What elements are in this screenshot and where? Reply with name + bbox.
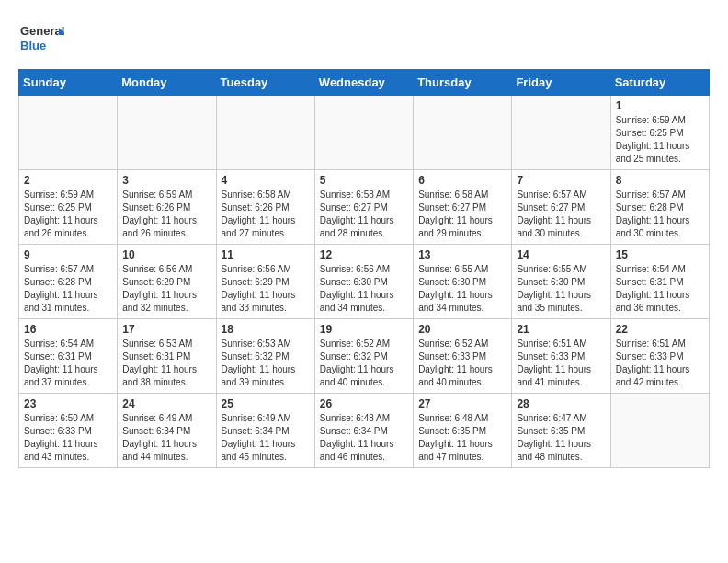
day-number: 17 [122,323,210,336]
day-number: 25 [222,397,310,410]
calendar-week-row: 23Sunrise: 6:50 AM Sunset: 6:33 PM Dayli… [19,394,710,468]
cell-info: Sunrise: 6:55 AM Sunset: 6:30 PM Dayligh… [418,263,506,315]
day-number: 8 [616,174,704,187]
svg-text:Blue: Blue [20,39,46,52]
calendar-cell: 27Sunrise: 6:48 AM Sunset: 6:35 PM Dayli… [414,394,512,468]
cell-info: Sunrise: 6:50 AM Sunset: 6:33 PM Dayligh… [24,412,112,464]
weekday-header-tuesday: Tuesday [216,70,314,96]
day-number: 21 [517,323,605,336]
day-number: 23 [24,397,112,410]
weekday-header-row: SundayMondayTuesdayWednesdayThursdayFrid… [19,70,710,96]
calendar-cell: 26Sunrise: 6:48 AM Sunset: 6:34 PM Dayli… [314,394,413,468]
weekday-header-sunday: Sunday [19,70,118,96]
day-number: 9 [24,248,112,261]
cell-info: Sunrise: 6:57 AM Sunset: 6:27 PM Dayligh… [517,189,605,240]
calendar-cell: 14Sunrise: 6:55 AM Sunset: 6:30 PM Dayli… [512,245,610,319]
day-number: 14 [517,248,605,261]
calendar-cell: 1Sunrise: 6:59 AM Sunset: 6:25 PM Daylig… [610,96,709,170]
calendar-table: SundayMondayTuesdayWednesdayThursdayFrid… [18,69,710,468]
day-number: 27 [418,397,506,410]
day-number: 16 [24,323,112,336]
calendar-cell [610,394,709,468]
calendar-cell [216,96,314,170]
day-number: 12 [320,248,408,261]
svg-text:General: General [20,24,64,38]
logo: General Blue [18,18,64,60]
cell-info: Sunrise: 6:52 AM Sunset: 6:33 PM Dayligh… [418,338,506,389]
day-number: 10 [122,248,210,261]
page-header: General Blue [18,18,710,60]
weekday-header-wednesday: Wednesday [314,70,413,96]
day-number: 13 [418,248,506,261]
calendar-cell [414,96,512,170]
cell-info: Sunrise: 6:53 AM Sunset: 6:32 PM Dayligh… [222,338,310,389]
calendar-week-row: 1Sunrise: 6:59 AM Sunset: 6:25 PM Daylig… [19,96,710,170]
cell-info: Sunrise: 6:49 AM Sunset: 6:34 PM Dayligh… [222,412,310,464]
calendar-cell: 17Sunrise: 6:53 AM Sunset: 6:31 PM Dayli… [118,319,216,394]
cell-info: Sunrise: 6:47 AM Sunset: 6:35 PM Dayligh… [517,412,605,464]
day-number: 19 [320,323,408,336]
calendar-cell [512,96,610,170]
cell-info: Sunrise: 6:58 AM Sunset: 6:27 PM Dayligh… [418,189,506,240]
cell-info: Sunrise: 6:56 AM Sunset: 6:29 PM Dayligh… [122,263,210,315]
calendar-week-row: 9Sunrise: 6:57 AM Sunset: 6:28 PM Daylig… [19,245,710,319]
calendar-cell: 4Sunrise: 6:58 AM Sunset: 6:26 PM Daylig… [216,170,314,245]
day-number: 11 [222,248,310,261]
calendar-cell: 13Sunrise: 6:55 AM Sunset: 6:30 PM Dayli… [414,245,512,319]
cell-info: Sunrise: 6:51 AM Sunset: 6:33 PM Dayligh… [616,338,704,389]
day-number: 4 [222,174,310,187]
day-number: 18 [222,323,310,336]
cell-info: Sunrise: 6:58 AM Sunset: 6:27 PM Dayligh… [320,189,408,240]
calendar-cell: 15Sunrise: 6:54 AM Sunset: 6:31 PM Dayli… [610,245,709,319]
day-number: 26 [320,397,408,410]
calendar-cell: 20Sunrise: 6:52 AM Sunset: 6:33 PM Dayli… [414,319,512,394]
cell-info: Sunrise: 6:54 AM Sunset: 6:31 PM Dayligh… [616,263,704,315]
logo-svg: General Blue [18,18,64,60]
calendar-cell: 8Sunrise: 6:57 AM Sunset: 6:28 PM Daylig… [610,170,709,245]
cell-info: Sunrise: 6:48 AM Sunset: 6:34 PM Dayligh… [320,412,408,464]
cell-info: Sunrise: 6:59 AM Sunset: 6:25 PM Dayligh… [616,114,704,166]
day-number: 28 [517,397,605,410]
calendar-week-row: 2Sunrise: 6:59 AM Sunset: 6:25 PM Daylig… [19,170,710,245]
cell-info: Sunrise: 6:58 AM Sunset: 6:26 PM Dayligh… [222,189,310,240]
calendar-cell: 12Sunrise: 6:56 AM Sunset: 6:30 PM Dayli… [314,245,413,319]
day-number: 24 [122,397,210,410]
day-number: 2 [24,174,112,187]
day-number: 22 [616,323,704,336]
day-number: 6 [418,174,506,187]
weekday-header-monday: Monday [118,70,216,96]
calendar-cell: 6Sunrise: 6:58 AM Sunset: 6:27 PM Daylig… [414,170,512,245]
day-number: 15 [616,248,704,261]
calendar-cell: 22Sunrise: 6:51 AM Sunset: 6:33 PM Dayli… [610,319,709,394]
calendar-cell: 7Sunrise: 6:57 AM Sunset: 6:27 PM Daylig… [512,170,610,245]
day-number: 7 [517,174,605,187]
calendar-cell: 24Sunrise: 6:49 AM Sunset: 6:34 PM Dayli… [118,394,216,468]
calendar-cell: 28Sunrise: 6:47 AM Sunset: 6:35 PM Dayli… [512,394,610,468]
cell-info: Sunrise: 6:56 AM Sunset: 6:29 PM Dayligh… [222,263,310,315]
cell-info: Sunrise: 6:51 AM Sunset: 6:33 PM Dayligh… [517,338,605,389]
calendar-cell [118,96,216,170]
cell-info: Sunrise: 6:57 AM Sunset: 6:28 PM Dayligh… [616,189,704,240]
calendar-cell: 21Sunrise: 6:51 AM Sunset: 6:33 PM Dayli… [512,319,610,394]
cell-info: Sunrise: 6:49 AM Sunset: 6:34 PM Dayligh… [122,412,210,464]
calendar-cell: 11Sunrise: 6:56 AM Sunset: 6:29 PM Dayli… [216,245,314,319]
calendar-week-row: 16Sunrise: 6:54 AM Sunset: 6:31 PM Dayli… [19,319,710,394]
calendar-cell: 19Sunrise: 6:52 AM Sunset: 6:32 PM Dayli… [314,319,413,394]
cell-info: Sunrise: 6:59 AM Sunset: 6:25 PM Dayligh… [24,189,112,240]
weekday-header-thursday: Thursday [414,70,512,96]
calendar-cell: 10Sunrise: 6:56 AM Sunset: 6:29 PM Dayli… [118,245,216,319]
calendar-cell: 9Sunrise: 6:57 AM Sunset: 6:28 PM Daylig… [19,245,118,319]
calendar-cell: 16Sunrise: 6:54 AM Sunset: 6:31 PM Dayli… [19,319,118,394]
cell-info: Sunrise: 6:56 AM Sunset: 6:30 PM Dayligh… [320,263,408,315]
calendar-cell: 2Sunrise: 6:59 AM Sunset: 6:25 PM Daylig… [19,170,118,245]
cell-info: Sunrise: 6:53 AM Sunset: 6:31 PM Dayligh… [122,338,210,389]
calendar-cell: 18Sunrise: 6:53 AM Sunset: 6:32 PM Dayli… [216,319,314,394]
cell-info: Sunrise: 6:55 AM Sunset: 6:30 PM Dayligh… [517,263,605,315]
day-number: 1 [616,99,704,112]
calendar-cell: 25Sunrise: 6:49 AM Sunset: 6:34 PM Dayli… [216,394,314,468]
cell-info: Sunrise: 6:57 AM Sunset: 6:28 PM Dayligh… [24,263,112,315]
day-number: 3 [122,174,210,187]
weekday-header-saturday: Saturday [610,70,709,96]
calendar-cell: 5Sunrise: 6:58 AM Sunset: 6:27 PM Daylig… [314,170,413,245]
cell-info: Sunrise: 6:48 AM Sunset: 6:35 PM Dayligh… [418,412,506,464]
